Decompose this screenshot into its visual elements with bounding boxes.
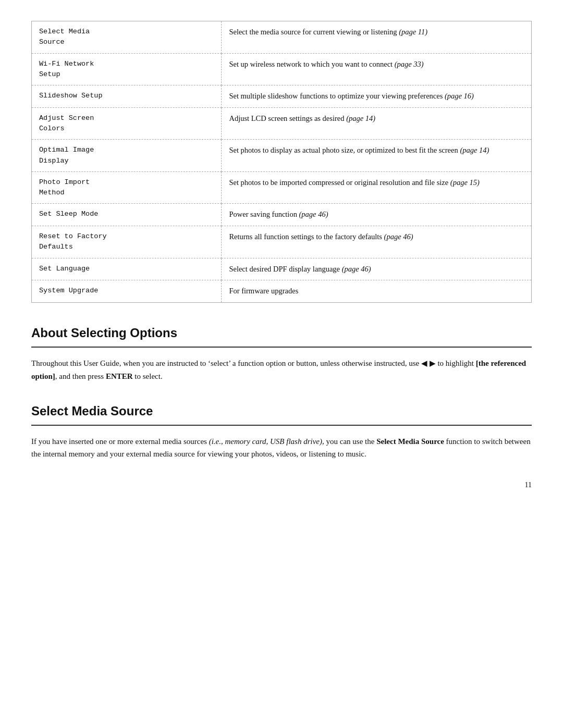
section-heading: About Selecting Options xyxy=(31,324,532,342)
menu-item-name: Slideshow Setup xyxy=(32,85,222,108)
menu-item-description: Set photos to be imported compressed or … xyxy=(222,171,532,204)
table-row: Slideshow SetupSet multiple slideshow fu… xyxy=(32,85,532,108)
menu-item-name: Photo ImportMethod xyxy=(32,171,222,204)
menu-item-name: Optimal ImageDisplay xyxy=(32,140,222,172)
table-row: Optimal ImageDisplaySet photos to displa… xyxy=(32,140,532,172)
section-body: If you have inserted one or more externa… xyxy=(31,435,532,461)
menu-item-description: For firmware upgrades xyxy=(222,280,532,303)
menu-item-name: System Upgrade xyxy=(32,280,222,303)
menu-item-name: Set Language xyxy=(32,258,222,280)
menu-item-description: Returns all function settings to the fac… xyxy=(222,226,532,258)
menu-item-name: Reset to FactoryDefaults xyxy=(32,226,222,258)
table-row: Set Sleep ModePower saving function (pag… xyxy=(32,204,532,226)
menu-item-description: Select the media source for current view… xyxy=(222,21,532,54)
menu-item-name: Set Sleep Mode xyxy=(32,204,222,226)
menu-item-description: Set photos to display as actual photo si… xyxy=(222,140,532,172)
table-row: Select MediaSourceSelect the media sourc… xyxy=(32,21,532,54)
table-row: System UpgradeFor firmware upgrades xyxy=(32,280,532,303)
menu-item-name: Wi-Fi NetworkSetup xyxy=(32,53,222,85)
menu-item-description: Set up wireless network to which you wan… xyxy=(222,53,532,85)
menu-item-description: Adjust LCD screen settings as desired (p… xyxy=(222,107,532,140)
section-divider xyxy=(31,347,532,348)
section-divider xyxy=(31,425,532,426)
section-about-selecting: About Selecting OptionsThroughout this U… xyxy=(31,324,532,383)
section-heading: Select Media Source xyxy=(31,402,532,421)
table-row: Set LanguageSelect desired DPF display l… xyxy=(32,258,532,280)
menu-item-name: Adjust ScreenColors xyxy=(32,107,222,140)
page-number: 11 xyxy=(31,479,532,490)
menu-item-name: Select MediaSource xyxy=(32,21,222,54)
menu-item-description: Set multiple slideshow functions to opti… xyxy=(222,85,532,108)
section-body: Throughout this User Guide, when you are… xyxy=(31,357,532,383)
table-row: Reset to FactoryDefaultsReturns all func… xyxy=(32,226,532,258)
table-row: Wi-Fi NetworkSetupSet up wireless networ… xyxy=(32,53,532,85)
menu-table: Select MediaSourceSelect the media sourc… xyxy=(31,21,532,303)
menu-item-description: Select desired DPF display language (pag… xyxy=(222,258,532,280)
menu-item-description: Power saving function (page 46) xyxy=(222,204,532,226)
table-row: Adjust ScreenColorsAdjust LCD screen set… xyxy=(32,107,532,140)
table-row: Photo ImportMethodSet photos to be impor… xyxy=(32,171,532,204)
section-select-media: Select Media SourceIf you have inserted … xyxy=(31,402,532,461)
